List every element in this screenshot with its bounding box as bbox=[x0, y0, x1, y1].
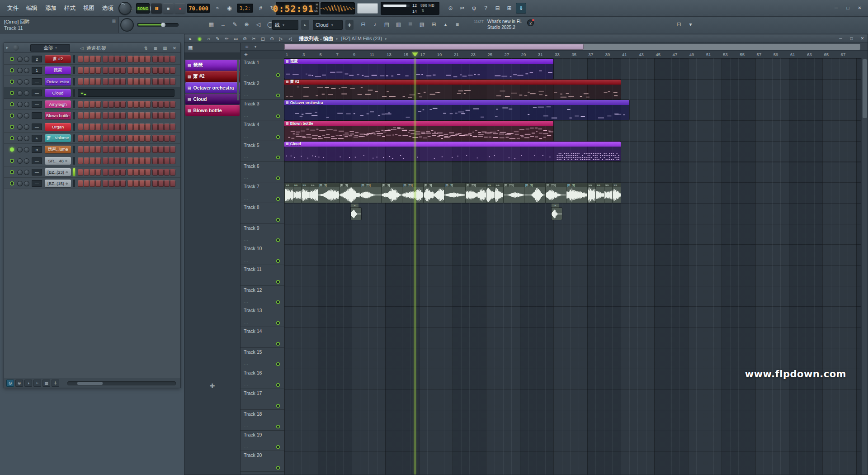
step-cell[interactable] bbox=[103, 180, 108, 187]
track-header-1[interactable]: Track 1··· bbox=[241, 58, 284, 79]
pan-knob[interactable] bbox=[17, 79, 23, 85]
step-cell[interactable] bbox=[139, 124, 145, 130]
menu-item-4[interactable]: 视图 bbox=[83, 5, 94, 12]
volume-knob[interactable] bbox=[24, 68, 29, 73]
step-cell[interactable] bbox=[90, 67, 95, 74]
step-cell[interactable] bbox=[158, 157, 164, 164]
step-cell[interactable] bbox=[95, 124, 101, 130]
channel-display[interactable]: — bbox=[32, 157, 42, 164]
step-cell[interactable] bbox=[152, 78, 158, 85]
track-enable-led[interactable] bbox=[276, 238, 280, 242]
pan-knob[interactable] bbox=[17, 90, 23, 96]
pattern-clip-Octaver orchestra[interactable]: ▤Octaver orchestra bbox=[284, 100, 629, 120]
help-icon[interactable]: ? bbox=[481, 3, 491, 14]
step-cell[interactable] bbox=[152, 67, 158, 74]
step-cell[interactable] bbox=[170, 180, 175, 187]
audio-clip-segment[interactable]: [B..3] bbox=[381, 183, 402, 203]
scrollbar-thumb[interactable] bbox=[77, 382, 103, 385]
step-cell[interactable] bbox=[158, 56, 164, 62]
workspace-layout-icon[interactable]: ⊡ bbox=[674, 19, 684, 30]
plugin-picker-icon[interactable]: ⊞ bbox=[429, 19, 439, 30]
step-cell[interactable] bbox=[103, 169, 108, 176]
sort-channels-icon[interactable]: ≣ bbox=[151, 43, 160, 53]
audio-clip-segment[interactable]: [B..3] bbox=[318, 183, 339, 203]
step-cell[interactable] bbox=[158, 101, 164, 108]
channel-enable-led[interactable] bbox=[10, 125, 14, 129]
step-cell[interactable] bbox=[78, 67, 83, 74]
channel-display[interactable]: 2 bbox=[32, 56, 42, 62]
mute-tool-icon[interactable]: ⊘ bbox=[241, 34, 249, 43]
step-cell[interactable] bbox=[164, 78, 170, 85]
playhead-line[interactable] bbox=[415, 58, 415, 475]
step-cell[interactable] bbox=[108, 101, 114, 108]
step-cell[interactable] bbox=[158, 124, 164, 130]
step-cell[interactable] bbox=[103, 78, 108, 85]
channel-button[interactable]: [BZ..(15)⊕ bbox=[45, 180, 71, 187]
pattern-clip-Blown bottle[interactable]: ▤Blown bottle bbox=[284, 121, 553, 141]
step-cell[interactable] bbox=[139, 67, 145, 74]
channel-enable-led[interactable] bbox=[10, 57, 14, 61]
ruler-numbers[interactable]: 1357911131517192123252729313335373941434… bbox=[284, 51, 868, 58]
master-volume-slider[interactable] bbox=[137, 23, 179, 27]
channel-button[interactable]: 琵琶 bbox=[45, 66, 71, 74]
track-enable-led[interactable] bbox=[276, 197, 280, 201]
step-cell[interactable] bbox=[78, 180, 83, 187]
pan-knob[interactable] bbox=[17, 124, 23, 130]
clip-header[interactable]: ▤Octaver orchestra bbox=[284, 100, 629, 105]
pan-knob[interactable] bbox=[17, 147, 23, 152]
track-header-18[interactable]: Track 18··· bbox=[241, 410, 284, 431]
step-cell[interactable] bbox=[145, 78, 151, 85]
step-cell[interactable] bbox=[145, 112, 151, 119]
track-header-12[interactable]: Track 12··· bbox=[241, 286, 284, 307]
step-cell[interactable] bbox=[84, 112, 89, 119]
step-cell[interactable] bbox=[90, 135, 95, 142]
step-cell[interactable] bbox=[139, 146, 145, 153]
step-cell[interactable] bbox=[114, 157, 120, 164]
channel-button[interactable]: Amyleigh bbox=[45, 100, 71, 108]
step-cell[interactable] bbox=[152, 56, 158, 62]
volume-knob[interactable] bbox=[24, 136, 29, 141]
step-cell[interactable] bbox=[170, 78, 175, 85]
step-cell[interactable] bbox=[90, 157, 95, 164]
step-cell[interactable] bbox=[120, 67, 126, 74]
channel-button[interactable]: 萧 #2 bbox=[45, 55, 71, 63]
vscroll-thumb[interactable] bbox=[863, 59, 867, 118]
hint-slider[interactable] bbox=[357, 3, 378, 14]
step-cell[interactable] bbox=[90, 101, 95, 108]
step-cell[interactable] bbox=[170, 67, 175, 74]
step-cell[interactable] bbox=[133, 78, 139, 85]
pan-knob[interactable] bbox=[17, 68, 23, 73]
step-cell[interactable] bbox=[145, 67, 151, 74]
step-cell[interactable] bbox=[114, 101, 120, 108]
step-cell[interactable] bbox=[164, 180, 170, 187]
step-cell[interactable] bbox=[108, 180, 114, 187]
song-mode-button[interactable]: SONG bbox=[136, 3, 150, 14]
mixer-window-icon[interactable]: ≣ bbox=[405, 19, 415, 30]
collapse-all-icon[interactable]: ▾ bbox=[252, 43, 259, 51]
microphone-icon[interactable]: ψ bbox=[469, 3, 479, 14]
step-cell[interactable] bbox=[133, 169, 139, 176]
channel-display[interactable]: — bbox=[32, 101, 42, 108]
channel-button[interactable]: Octav..estra bbox=[45, 78, 71, 86]
channel-enable-led[interactable] bbox=[10, 114, 14, 118]
track-header-17[interactable]: Track 17··· bbox=[241, 389, 284, 410]
step-cell[interactable] bbox=[78, 56, 83, 62]
step-cell[interactable] bbox=[158, 180, 164, 187]
step-cell[interactable] bbox=[170, 56, 175, 62]
volume-knob[interactable] bbox=[24, 102, 29, 107]
arrow-tool-icon[interactable]: → bbox=[218, 19, 228, 30]
track-header-7[interactable]: Track 7··· bbox=[241, 182, 284, 203]
step-cell[interactable] bbox=[120, 56, 126, 62]
audio-clip-segment[interactable]: [B..23] bbox=[503, 183, 524, 203]
channel-button[interactable]: Blown bottle bbox=[45, 112, 71, 119]
rack-menu-knob[interactable] bbox=[13, 45, 19, 51]
oscillator-icon[interactable]: ≈ bbox=[212, 3, 223, 14]
power-icon[interactable]: ◉ bbox=[195, 34, 204, 43]
playlist-options-icon[interactable]: ⊞ bbox=[243, 43, 250, 51]
step-cell[interactable] bbox=[90, 56, 95, 62]
audio-clip-segment[interactable]: »» bbox=[310, 183, 318, 203]
note-options-icon[interactable]: ♪ bbox=[370, 19, 380, 30]
channel-display[interactable]: — bbox=[32, 124, 42, 130]
maximize-playlist-icon[interactable]: □ bbox=[848, 35, 855, 42]
step-cell[interactable] bbox=[127, 157, 133, 164]
